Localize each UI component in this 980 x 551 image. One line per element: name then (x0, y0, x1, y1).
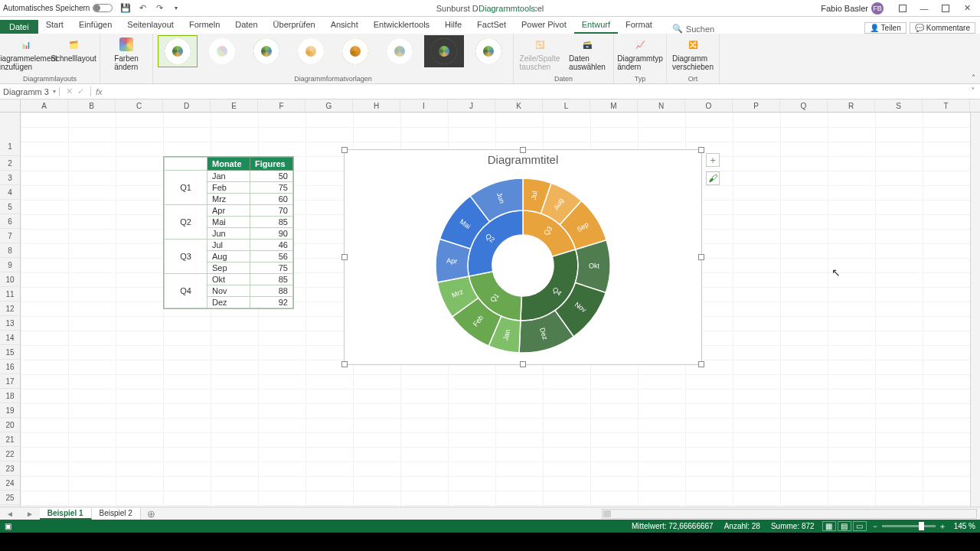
undo-icon[interactable]: ↶ (137, 3, 148, 14)
view-page-break-icon[interactable]: ▭ (853, 521, 867, 531)
zoom-level[interactable]: 145 % (954, 522, 975, 530)
sheet-tab[interactable]: Beispiel 2 (92, 508, 141, 520)
row-headers[interactable]: 1234567891011121314151617181920212223242… (0, 112, 21, 507)
add-element-icon: 📊 (15, 35, 37, 54)
title-bar: Automatisches Speichern 💾 ↶ ↷ ▾ Sunburst… (0, 0, 980, 17)
resize-handle[interactable] (341, 254, 348, 260)
group-label: Ort (671, 75, 714, 83)
sheet-tab[interactable]: Beispiel 1 (40, 508, 92, 520)
chart-object[interactable]: Diagrammtitel Q3JulAugSepQ4OktNovDezQ1Ja… (344, 149, 702, 365)
tab-hilfe[interactable]: Hilfe (437, 18, 469, 34)
resize-handle[interactable] (520, 361, 526, 367)
view-normal-icon[interactable]: ▦ (822, 521, 836, 531)
search-icon: 🔍 (672, 24, 683, 34)
quick-layout-button[interactable]: 🗂️ Schnelllayout (52, 35, 95, 63)
color-wheel-icon (119, 37, 133, 51)
collapse-ribbon-icon[interactable]: ˄ (972, 73, 975, 82)
switch-icon: 🔁 (529, 35, 550, 54)
sheet-tab-bar: ◄ ► Beispiel 1Beispiel 2 ⊕ (0, 507, 980, 520)
account-button[interactable]: Fabio Basler FB (821, 2, 884, 15)
share-button[interactable]: 👤Teilen (864, 22, 906, 34)
tab-power pivot[interactable]: Power Pivot (514, 18, 574, 34)
horizontal-scrollbar[interactable] (602, 509, 977, 519)
resize-handle[interactable] (698, 361, 704, 367)
group-label: Typ (619, 75, 662, 83)
tab-file[interactable]: Datei (0, 20, 38, 34)
chart-style-3[interactable] (247, 35, 286, 67)
search-box[interactable]: 🔍 Suchen (672, 24, 714, 34)
sheet-nav-next-icon[interactable]: ► (20, 510, 40, 518)
move-chart-icon: 🔀 (682, 35, 704, 54)
qat-dropdown-icon[interactable]: ▾ (171, 3, 181, 14)
move-chart-button[interactable]: 🔀 Diagramm verschieben (671, 35, 714, 71)
chart-style-4[interactable] (291, 35, 331, 67)
resize-handle[interactable] (520, 147, 526, 153)
chart-type-icon: 📈 (629, 35, 651, 54)
tab-format[interactable]: Format (618, 18, 660, 34)
tab-start[interactable]: Start (38, 18, 71, 34)
resize-handle[interactable] (341, 147, 348, 153)
chart-elements-button[interactable]: ＋ (706, 153, 720, 167)
add-chart-element-button[interactable]: 📊 Diagrammelement hinzufügen (5, 35, 47, 71)
ribbon-mode-icon[interactable] (893, 2, 913, 15)
column-headers[interactable]: ABCDEFGHIJKLMNOPQRST (0, 99, 980, 112)
tab-formeln[interactable]: Formeln (181, 18, 227, 34)
chart-style-8[interactable] (469, 35, 508, 67)
chart-style-5[interactable] (335, 35, 375, 67)
tab-factset[interactable]: FactSet (469, 18, 514, 34)
select-data-icon: 🗃️ (577, 35, 598, 54)
formula-bar: Diagramm 3▾ ✕ ✓ fx ˅ (0, 84, 980, 99)
select-all-corner[interactable] (0, 99, 21, 112)
close-icon[interactable]: ✕ (957, 2, 977, 15)
save-icon[interactable]: 💾 (120, 3, 131, 14)
chart-title[interactable]: Diagrammtitel (345, 153, 701, 166)
sheet-nav-prev-icon[interactable]: ◄ (0, 510, 20, 518)
group-label: Daten (518, 75, 609, 83)
minimize-icon[interactable]: — (914, 2, 934, 15)
chart-style-7[interactable] (424, 35, 464, 67)
vertical-scrollbar[interactable] (970, 112, 980, 507)
add-sheet-button[interactable]: ⊕ (141, 508, 162, 520)
resize-handle[interactable] (341, 361, 348, 367)
group-label: Diagrammformatvorlagen (158, 75, 508, 83)
maximize-icon[interactable] (936, 2, 956, 15)
chart-styles-gallery[interactable] (158, 35, 508, 72)
change-colors-button[interactable]: Farben ändern (105, 35, 148, 71)
tab-entwicklertools[interactable]: Entwicklertools (366, 18, 437, 34)
resize-handle[interactable] (698, 254, 704, 260)
chart-style-6[interactable] (380, 35, 420, 67)
ribbon-tabs: Datei StartEinfügenSeitenlayoutFormelnDa… (0, 17, 980, 34)
tab-überprüfen[interactable]: Überprüfen (266, 18, 323, 34)
group-label: Diagrammlayouts (5, 75, 95, 83)
tab-seitenlayout[interactable]: Seitenlayout (119, 18, 181, 34)
status-aggregates: Mittelwert: 72,66666667 Anzahl: 28 Summe… (632, 522, 815, 530)
zoom-slider[interactable]: －＋ 145 % (871, 521, 975, 532)
status-bar: ▣ Mittelwert: 72,66666667 Anzahl: 28 Sum… (0, 520, 980, 533)
chart-styles-button[interactable]: 🖌 (706, 171, 720, 185)
tab-daten[interactable]: Daten (227, 18, 265, 34)
select-data-button[interactable]: 🗃️ Daten auswählen (566, 35, 609, 71)
tab-ansicht[interactable]: Ansicht (323, 18, 366, 34)
svg-text:Jul: Jul (530, 191, 539, 201)
sunburst-chart[interactable]: Q3JulAugSepQ4OktNovDezQ1JanFebMrzQ2AprMa… (434, 177, 612, 354)
svg-text:Okt: Okt (589, 262, 600, 269)
tab-entwurf[interactable]: Entwurf (574, 18, 618, 34)
autosave-toggle[interactable]: Automatisches Speichern (3, 4, 113, 12)
view-page-layout-icon[interactable]: ▤ (838, 521, 851, 531)
resize-handle[interactable] (698, 147, 704, 153)
cancel-icon[interactable]: ✕ (66, 86, 73, 96)
record-macro-icon[interactable]: ▣ (5, 522, 11, 530)
comments-button[interactable]: 💬Kommentare (910, 22, 975, 34)
chart-style-1[interactable] (158, 35, 198, 67)
svg-text:Apr: Apr (446, 257, 458, 266)
fx-icon[interactable]: fx (91, 87, 107, 96)
chart-style-2[interactable] (202, 35, 242, 67)
redo-icon[interactable]: ↷ (154, 3, 165, 14)
worksheet-grid[interactable]: MonateFiguresQ1Jan50Feb75Mrz60Q2Apr70Mai… (21, 112, 980, 507)
name-box[interactable]: Diagramm 3▾ (0, 87, 60, 96)
expand-formula-bar-icon[interactable]: ˅ (966, 86, 980, 96)
confirm-icon[interactable]: ✓ (77, 86, 84, 96)
tab-einfügen[interactable]: Einfügen (71, 18, 119, 34)
change-chart-type-button[interactable]: 📈 Diagrammtyp ändern (619, 35, 662, 71)
data-table[interactable]: MonateFiguresQ1Jan50Feb75Mrz60Q2Apr70Mai… (163, 156, 294, 309)
